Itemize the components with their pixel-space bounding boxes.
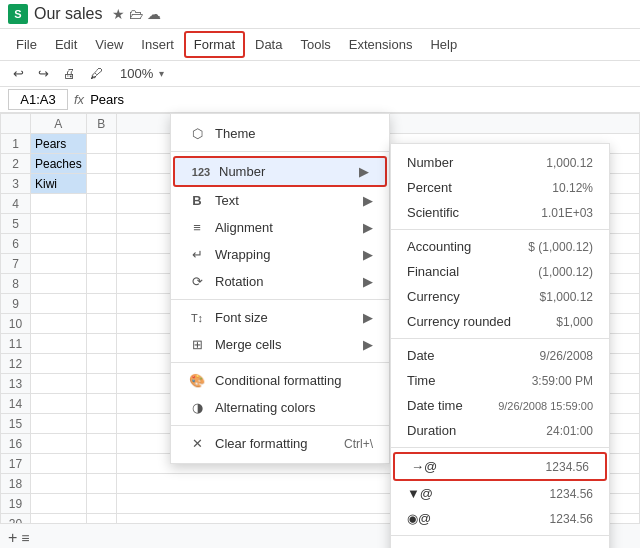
cell-b1[interactable] [86, 134, 116, 154]
cell-b10[interactable] [86, 314, 116, 334]
number-option-number[interactable]: Number 1,000.12 [391, 150, 609, 175]
cell-b17[interactable] [86, 454, 116, 474]
cell-b2[interactable] [86, 154, 116, 174]
format-menu-wrapping[interactable]: ↵ Wrapping ▶ [171, 241, 389, 268]
cell-a16[interactable] [31, 434, 87, 454]
format-menu-merge[interactable]: ⊞ Merge cells ▶ [171, 331, 389, 358]
number-option-dot-at-value: 1234.56 [550, 512, 593, 526]
number-option-custom-currency[interactable]: Custom currency [391, 540, 609, 548]
add-sheet-icon[interactable]: + [8, 529, 17, 547]
menu-extensions[interactable]: Extensions [341, 33, 421, 56]
number-option-accounting[interactable]: Accounting $ (1,000.12) [391, 234, 609, 259]
star-icon[interactable]: ★ [112, 6, 125, 22]
cell-a4[interactable] [31, 194, 87, 214]
cell-a6[interactable] [31, 234, 87, 254]
paint-format-button[interactable]: 🖊 [85, 64, 108, 83]
row-num-18: 18 [1, 474, 31, 494]
menu-edit[interactable]: Edit [47, 33, 85, 56]
format-menu-alignment[interactable]: ≡ Alignment ▶ [171, 214, 389, 241]
number-option-datetime[interactable]: Date time 9/26/2008 15:59:00 [391, 393, 609, 418]
toolbar: ↩ ↪ 🖨 🖊 100% ▾ [0, 61, 640, 87]
menu-file[interactable]: File [8, 33, 45, 56]
cell-reference-input[interactable] [8, 89, 68, 110]
number-submenu[interactable]: Number 1,000.12 Percent 10.12% Scientifi… [390, 143, 610, 548]
document-title[interactable]: Our sales [34, 5, 102, 23]
menu-format[interactable]: Format [184, 31, 245, 58]
format-menu-text[interactable]: B Text ▶ [171, 187, 389, 214]
cell-b3[interactable] [86, 174, 116, 194]
number-option-percent[interactable]: Percent 10.12% [391, 175, 609, 200]
cell-a17[interactable] [31, 454, 87, 474]
cell-b12[interactable] [86, 354, 116, 374]
cloud-icon[interactable]: ☁ [147, 6, 161, 22]
format-menu[interactable]: ⬡ Theme 123 Number ▶ B Text ▶ ≡ Alignmen… [170, 113, 390, 464]
menu-data[interactable]: Data [247, 33, 290, 56]
cell-b19[interactable] [86, 494, 116, 514]
number-option-arrow-at[interactable]: →@ 1234.56 [393, 452, 607, 481]
merge-submenu-arrow-icon: ▶ [363, 337, 373, 352]
menu-sheet-icon[interactable]: ≡ [21, 530, 29, 546]
cell-b16[interactable] [86, 434, 116, 454]
cell-a3[interactable]: Kiwi [31, 174, 87, 194]
cell-a10[interactable] [31, 314, 87, 334]
cell-b14[interactable] [86, 394, 116, 414]
zoom-selector[interactable]: 100% [116, 64, 157, 83]
cell-b6[interactable] [86, 234, 116, 254]
redo-button[interactable]: ↪ [33, 64, 54, 83]
number-icon: 123 [191, 166, 211, 178]
cell-b4[interactable] [86, 194, 116, 214]
menu-view[interactable]: View [87, 33, 131, 56]
cell-a9[interactable] [31, 294, 87, 314]
number-option-time[interactable]: Time 3:59:00 PM [391, 368, 609, 393]
cell-a5[interactable] [31, 214, 87, 234]
cell-a2[interactable]: Peaches [31, 154, 87, 174]
cell-b8[interactable] [86, 274, 116, 294]
cell-a12[interactable] [31, 354, 87, 374]
undo-button[interactable]: ↩ [8, 64, 29, 83]
number-option-financial[interactable]: Financial (1,000.12) [391, 259, 609, 284]
cell-a14[interactable] [31, 394, 87, 414]
number-option-currency[interactable]: Currency $1,000.12 [391, 284, 609, 309]
menu-help[interactable]: Help [422, 33, 465, 56]
menu-divider-4 [171, 425, 389, 426]
cell-b7[interactable] [86, 254, 116, 274]
cell-a7[interactable] [31, 254, 87, 274]
cell-b15[interactable] [86, 414, 116, 434]
folder-icon[interactable]: 🗁 [129, 6, 143, 22]
cell-a11[interactable] [31, 334, 87, 354]
cell-a15[interactable] [31, 414, 87, 434]
main-area: A B 1 Pears 2 Peaches [0, 113, 640, 548]
cell-a18[interactable] [31, 474, 87, 494]
format-menu-fontsize[interactable]: T↕ Font size ▶ [171, 304, 389, 331]
menu-insert[interactable]: Insert [133, 33, 182, 56]
cell-b13[interactable] [86, 374, 116, 394]
number-option-dot-at[interactable]: ◉@ 1234.56 [391, 506, 609, 531]
menu-tools[interactable]: Tools [292, 33, 338, 56]
cell-b18[interactable] [86, 474, 116, 494]
format-menu-alternating[interactable]: ◑ Alternating colors [171, 394, 389, 421]
row-num-16: 16 [1, 434, 31, 454]
row-num-9: 9 [1, 294, 31, 314]
col-header-a[interactable]: A [31, 114, 87, 134]
format-menu-conditional[interactable]: 🎨 Conditional formatting [171, 367, 389, 394]
cell-b11[interactable] [86, 334, 116, 354]
cell-b9[interactable] [86, 294, 116, 314]
cell-a1[interactable]: Pears [31, 134, 87, 154]
formula-input[interactable] [90, 92, 632, 107]
number-option-down-at[interactable]: ▼@ 1234.56 [391, 481, 609, 506]
cell-a19[interactable] [31, 494, 87, 514]
col-header-b[interactable]: B [86, 114, 116, 134]
number-option-date[interactable]: Date 9/26/2008 [391, 343, 609, 368]
cell-a13[interactable] [31, 374, 87, 394]
number-option-currency-rounded[interactable]: Currency rounded $1,000 [391, 309, 609, 334]
cell-b5[interactable] [86, 214, 116, 234]
format-menu-number[interactable]: 123 Number ▶ [173, 156, 387, 187]
print-button[interactable]: 🖨 [58, 64, 81, 83]
format-menu-clear[interactable]: ✕ Clear formatting Ctrl+\ [171, 430, 389, 457]
zoom-arrow-icon[interactable]: ▾ [159, 68, 164, 79]
cell-a8[interactable] [31, 274, 87, 294]
number-option-scientific[interactable]: Scientific 1.01E+03 [391, 200, 609, 225]
format-menu-theme[interactable]: ⬡ Theme [171, 120, 389, 147]
format-menu-rotation[interactable]: ⟳ Rotation ▶ [171, 268, 389, 295]
number-option-duration[interactable]: Duration 24:01:00 [391, 418, 609, 443]
